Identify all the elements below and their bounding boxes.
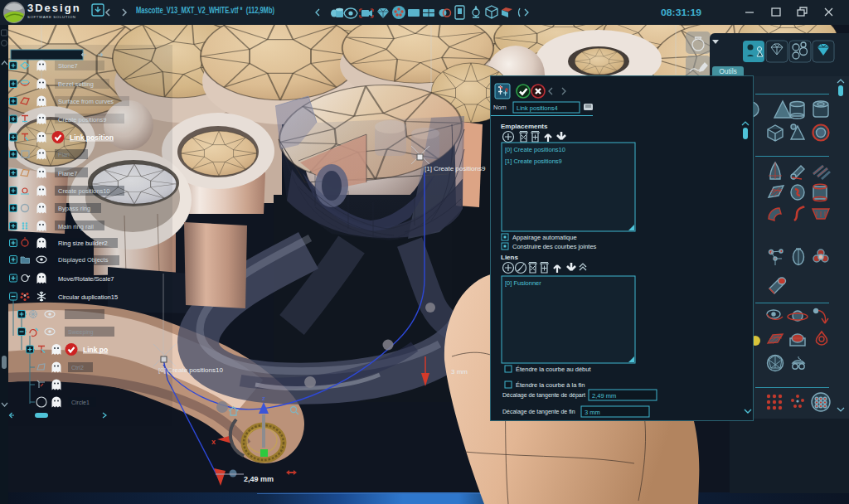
svg-text:[1] Create positions9: [1] Create positions9 [505, 158, 562, 165]
svg-text:3Design: 3Design [27, 2, 81, 14]
svg-text:x: x [211, 438, 216, 446]
svg-text:Décalage de tangente de départ: Décalage de tangente de départ [502, 392, 585, 399]
svg-text:2,49 mm: 2,49 mm [592, 392, 616, 400]
svg-text:Surface from curves: Surface from curves [58, 98, 114, 105]
svg-text:[0] Fusionner: [0] Fusionner [505, 279, 541, 287]
svg-text:Create positions10: Create positions10 [58, 187, 110, 195]
svg-text:[1] Create positions9: [1] Create positions9 [424, 165, 486, 172]
svg-text:z: z [262, 395, 265, 402]
svg-text:Link positions4: Link positions4 [517, 104, 558, 112]
svg-text:Bypass ring: Bypass ring [58, 205, 90, 212]
svg-text:Construire des courbes jointes: Construire des courbes jointes [512, 243, 597, 250]
svg-text:SOFTWARE SOLUTION: SOFTWARE SOLUTION [27, 15, 76, 19]
svg-text:Bezel setting: Bezel setting [58, 80, 94, 88]
svg-text:Circular duplication15: Circular duplication15 [58, 293, 118, 301]
svg-text:2,49 mm: 2,49 mm [244, 475, 274, 483]
svg-text:Sweeping: Sweeping [68, 329, 94, 336]
svg-text:[0] Create positions10: [0] Create positions10 [505, 146, 565, 153]
svg-text:3 mm: 3 mm [451, 368, 468, 376]
svg-text:Link po: Link po [83, 346, 108, 354]
svg-text:Displayed Objects: Displayed Objects [58, 256, 109, 264]
svg-text:Ctrl2: Ctrl2 [71, 365, 84, 371]
svg-text:08:31:19: 08:31:19 [661, 7, 701, 17]
svg-text:Stone7: Stone7 [58, 62, 78, 70]
svg-text:Main ring rail: Main ring rail [58, 223, 94, 230]
svg-text:Move/Rotate/Scale7: Move/Rotate/Scale7 [58, 275, 114, 283]
svg-text:Étendre la courbe au début: Étendre la courbe au début [516, 366, 591, 373]
svg-text:3 mm: 3 mm [585, 409, 600, 416]
svg-text:Ring size builder2: Ring size builder2 [58, 240, 108, 247]
svg-text:Emplacements: Emplacements [501, 123, 548, 130]
svg-text:Mascotte_V13_MXT_V2_WHITE.vtf: Mascotte_V13_MXT_V2_WHITE.vtf * (112,9Mb… [136, 5, 274, 15]
svg-text:Liens: Liens [501, 254, 518, 261]
svg-text:Décalage de tangente de fin: Décalage de tangente de fin [502, 409, 575, 415]
svg-text:Plane7: Plane7 [58, 170, 77, 177]
svg-text:Étendre la courbe à la fin: Étendre la courbe à la fin [516, 381, 585, 389]
svg-text:Create positions9: Create positions9 [58, 116, 106, 124]
svg-text:Plan: Plan [58, 152, 70, 158]
svg-text:Appairage automatique: Appairage automatique [512, 234, 577, 241]
svg-text:Link position: Link position [70, 133, 114, 142]
svg-text:Nom: Nom [493, 104, 507, 111]
svg-text:Circle1: Circle1 [71, 400, 90, 405]
